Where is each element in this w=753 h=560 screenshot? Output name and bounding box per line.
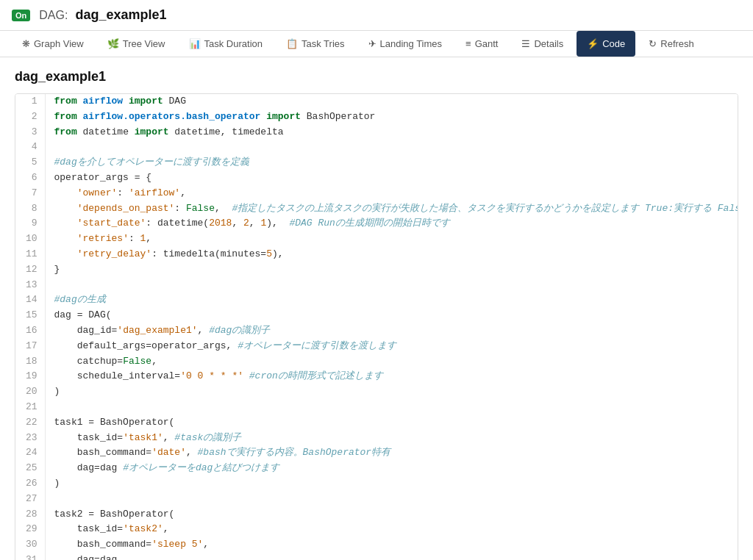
tab-code-label: Code xyxy=(602,38,625,49)
tab-graph-view-label: Graph View xyxy=(34,38,84,49)
line-content: from airflow.operators.bash_operator imp… xyxy=(45,110,738,125)
details-icon: ☰ xyxy=(521,38,530,49)
line-number: 24 xyxy=(15,445,45,461)
table-row: 20) xyxy=(15,384,738,400)
table-row: 7 'owner': 'airflow', xyxy=(15,186,738,201)
table-row: 18 catchup=False, xyxy=(15,354,738,370)
line-content: bash_command='date', #bashで実行する内容。BashOp… xyxy=(45,445,738,461)
line-content: task1 = BashOperator( xyxy=(45,415,738,431)
tab-task-tries-label: Task Tries xyxy=(301,38,345,49)
line-content: ) xyxy=(45,384,738,400)
tab-code[interactable]: ⚡ Code xyxy=(577,31,635,57)
line-number: 26 xyxy=(15,476,45,492)
tab-task-tries[interactable]: 📋 Task Tries xyxy=(276,31,355,57)
line-number: 23 xyxy=(15,431,45,446)
tab-refresh[interactable]: ↻ Refresh xyxy=(638,31,704,57)
line-number: 12 xyxy=(15,262,45,278)
line-number: 5 xyxy=(15,155,45,170)
line-number: 6 xyxy=(15,170,45,186)
line-number: 11 xyxy=(15,247,45,262)
dag-title: dag_example1 xyxy=(75,7,166,23)
table-row: 25 dag=dag #オペレーターをdagと結びつけます xyxy=(15,461,738,476)
line-content xyxy=(45,278,738,293)
table-row: 13 xyxy=(15,278,738,293)
tab-details-label: Details xyxy=(534,38,563,49)
page-title: dag_example1 xyxy=(15,69,738,85)
table-row: 26) xyxy=(15,476,738,492)
line-content: task_id='task1', #taskの識別子 xyxy=(45,431,738,446)
line-content: dag = DAG( xyxy=(45,308,738,323)
table-row: 22task1 = BashOperator( xyxy=(15,415,738,431)
tab-details[interactable]: ☰ Details xyxy=(511,31,574,57)
line-content: 'retry_delay': timedelta(minutes=5), xyxy=(45,247,738,262)
line-number: 21 xyxy=(15,400,45,415)
line-number: 15 xyxy=(15,308,45,323)
tab-landing-times-label: Landing Times xyxy=(380,38,443,49)
tab-task-duration[interactable]: 📊 Task Duration xyxy=(179,31,273,57)
line-content: schedule_interval='0 0 * * *' #cronの時間形式… xyxy=(45,369,738,384)
line-number: 1 xyxy=(15,94,45,110)
line-number: 13 xyxy=(15,278,45,293)
line-content: from datetime import datetime, timedelta xyxy=(45,125,738,140)
line-number: 7 xyxy=(15,186,45,201)
tab-graph-view[interactable]: ❋ Graph View xyxy=(12,31,94,57)
line-content: dag_id='dag_example1', #dagの識別子 xyxy=(45,323,738,339)
table-row: 29 task_id='task2', xyxy=(15,522,738,537)
table-row: 21 xyxy=(15,400,738,415)
table-row: 5#dagを介してオペレーターに渡す引数を定義 xyxy=(15,155,738,170)
line-number: 28 xyxy=(15,507,45,523)
line-content: dag=dag #オペレーターをdagと結びつけます xyxy=(45,461,738,476)
table-row: 6operator_args = { xyxy=(15,170,738,186)
tab-landing-times[interactable]: ✈ Landing Times xyxy=(358,31,453,57)
line-content: bash_command='sleep 5', xyxy=(45,537,738,553)
task-duration-icon: 📊 xyxy=(189,38,201,49)
line-content: dag=dag xyxy=(45,553,738,560)
line-number: 8 xyxy=(15,201,45,217)
tab-gantt-label: Gantt xyxy=(475,38,499,49)
table-row: 8 'depends_on_past': False, #指定したタスクの上流タ… xyxy=(15,201,738,217)
line-content: operator_args = { xyxy=(45,170,738,186)
line-content: from airflow import DAG xyxy=(45,94,738,110)
line-number: 9 xyxy=(15,216,45,231)
line-content: task2 = BashOperator( xyxy=(45,507,738,523)
table-row: 23 task_id='task1', #taskの識別子 xyxy=(15,431,738,446)
line-number: 17 xyxy=(15,339,45,354)
line-number: 4 xyxy=(15,140,45,155)
table-row: 27 xyxy=(15,492,738,507)
line-content: } xyxy=(45,262,738,278)
line-number: 2 xyxy=(15,110,45,125)
code-table: 1from airflow import DAG2from airflow.op… xyxy=(15,94,738,560)
code-container: 1from airflow import DAG2from airflow.op… xyxy=(15,93,738,560)
table-row: 14#dagの生成 xyxy=(15,292,738,308)
line-number: 27 xyxy=(15,492,45,507)
line-content xyxy=(45,492,738,507)
tab-gantt[interactable]: ≡ Gantt xyxy=(455,31,508,57)
line-content xyxy=(45,400,738,415)
main-content: dag_example1 1from airflow import DAG2fr… xyxy=(0,57,753,560)
line-number: 16 xyxy=(15,323,45,339)
header: On DAG: dag_example1 xyxy=(0,0,753,31)
tab-tree-view-label: Tree View xyxy=(123,38,165,49)
table-row: 10 'retries': 1, xyxy=(15,231,738,247)
table-row: 3from datetime import datetime, timedelt… xyxy=(15,125,738,140)
code-icon: ⚡ xyxy=(587,38,599,49)
line-content: catchup=False, xyxy=(45,354,738,370)
nav-tabs: ❋ Graph View 🌿 Tree View 📊 Task Duration… xyxy=(0,31,753,57)
table-row: 17 default_args=operator_args, #オペレーターに渡… xyxy=(15,339,738,354)
table-row: 28task2 = BashOperator( xyxy=(15,507,738,523)
table-row: 2from airflow.operators.bash_operator im… xyxy=(15,110,738,125)
line-number: 29 xyxy=(15,522,45,537)
table-row: 9 'start_date': datetime(2018, 2, 1), #D… xyxy=(15,216,738,231)
line-content: default_args=operator_args, #オペレーターに渡す引数… xyxy=(45,339,738,354)
table-row: 15dag = DAG( xyxy=(15,308,738,323)
line-number: 22 xyxy=(15,415,45,431)
table-row: 19 schedule_interval='0 0 * * *' #cronの時… xyxy=(15,369,738,384)
graph-view-icon: ❋ xyxy=(22,38,30,49)
line-content: 'retries': 1, xyxy=(45,231,738,247)
line-content: 'start_date': datetime(2018, 2, 1), #DAG… xyxy=(45,216,738,231)
table-row: 24 bash_command='date', #bashで実行する内容。Bas… xyxy=(15,445,738,461)
tab-tree-view[interactable]: 🌿 Tree View xyxy=(97,31,176,57)
line-content: #dagを介してオペレーターに渡す引数を定義 xyxy=(45,155,738,170)
tab-task-duration-label: Task Duration xyxy=(204,38,263,49)
line-number: 18 xyxy=(15,354,45,370)
